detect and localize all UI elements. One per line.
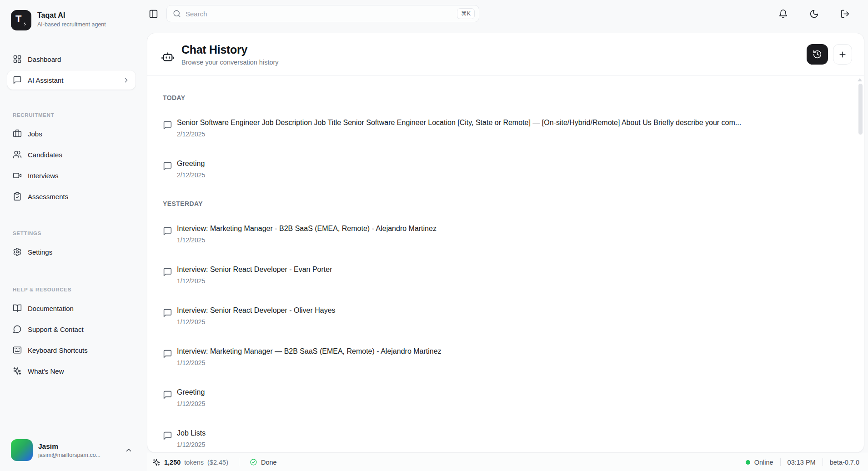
clipboard-check-icon [13, 192, 22, 201]
users-icon [13, 150, 22, 159]
chat-list: TODAY Senior Software Engineer Job Descr… [147, 76, 864, 452]
scrollbar-thumb[interactable] [858, 84, 863, 135]
chat-item-title: Senior Software Engineer Job Description… [177, 118, 838, 127]
chat-bubble-icon [163, 308, 172, 326]
search-icon [173, 10, 181, 18]
sparkles-icon [13, 366, 22, 376]
chat-group-label: TODAY [163, 94, 838, 102]
new-chat-button[interactable] [833, 44, 852, 65]
check-circle-icon [250, 458, 257, 466]
token-count: 1,250 [164, 459, 181, 466]
logout-icon [840, 9, 850, 19]
sidebar-item-keyboard-shortcuts[interactable]: Keyboard Shortcuts [7, 341, 135, 360]
sidebar-item-label: Assessments [28, 193, 68, 200]
search-shortcut-badge: ⌘K [457, 8, 475, 19]
notifications-button[interactable] [774, 5, 792, 22]
version-badge: beta-0.7.0 [830, 459, 859, 466]
chat-history-header: Chat History Browse your conversation hi… [147, 33, 864, 76]
chat-item-title: Interview: Senior React Developer - Evan… [177, 265, 838, 274]
token-label: tokens [184, 459, 204, 466]
sidebar-item-documentation[interactable]: Documentation [7, 299, 135, 318]
sidebar-item-label: AI Assistant [28, 76, 63, 84]
online-dot [746, 460, 750, 465]
chat-item-date: 2/12/2025 [177, 130, 838, 138]
chat-history-item[interactable]: Job Lists 1/12/2025 [163, 429, 838, 448]
chat-history-item[interactable]: Greeting 1/12/2025 [163, 388, 838, 407]
chat-bubble-icon [163, 161, 172, 179]
sidebar-item-label: Interviews [28, 172, 59, 180]
lightning-bolt-icon [22, 20, 28, 28]
user-menu[interactable]: Jasim jasim@mailforspam.co... [7, 437, 135, 464]
search-input[interactable] [186, 10, 452, 18]
sidebar-item-label: Documentation [28, 305, 74, 312]
status-bar: 1,250 tokens ($2.45) Done Online 03:13 P… [147, 453, 868, 471]
panel-left-icon [149, 9, 158, 19]
history-icon [813, 50, 822, 59]
section-label: RECRUITMENT [13, 112, 135, 118]
chat-history-item[interactable]: Interview: Senior React Developer - Oliv… [163, 306, 838, 326]
page-subtitle: Browse your conversation history [181, 59, 279, 66]
sidebar-item-settings[interactable]: Settings [7, 242, 135, 261]
chat-group: TODAY Senior Software Engineer Job Descr… [163, 94, 838, 179]
search-bar: ⌘K [166, 5, 479, 22]
sidebar-item-what-s-new[interactable]: What's New [7, 361, 135, 381]
main-area: ⌘K Chat History Browse your conversation… [142, 0, 868, 471]
chat-item-date: 2/12/2025 [177, 171, 838, 179]
divider [780, 458, 781, 466]
chat-history-item[interactable]: Interview: Marketing Manager — B2B SaaS … [163, 347, 838, 366]
sidebar-item-label: What's New [28, 367, 64, 375]
sidebar-item-label: Support & Contact [28, 326, 84, 333]
connection-status: Online [754, 459, 773, 466]
app-title: Taqat AI [37, 11, 106, 20]
chat-item-title: Interview: Marketing Manager - B2B SaaS … [177, 224, 838, 233]
video-icon [13, 171, 22, 180]
plus-icon [838, 50, 847, 59]
chat-history-item[interactable]: Interview: Senior React Developer - Evan… [163, 265, 838, 285]
chat-history-item[interactable]: Senior Software Engineer Job Description… [163, 118, 838, 138]
chat-group: YESTERDAY Interview: Marketing Manager -… [163, 200, 838, 448]
chat-item-date: 1/12/2025 [177, 318, 838, 326]
tokens-sparkles-icon [152, 458, 161, 466]
chat-item-date: 1/12/2025 [177, 359, 838, 366]
keyboard-icon [13, 346, 22, 355]
user-name: Jasim [38, 442, 119, 451]
sidebar-item-candidates[interactable]: Candidates [7, 145, 135, 164]
sidebar-item-label: Keyboard Shortcuts [28, 346, 88, 354]
logout-button[interactable] [836, 5, 853, 22]
chat-item-title: Interview: Senior React Developer - Oliv… [177, 306, 838, 315]
dark-mode-button[interactable] [805, 5, 823, 22]
chat-item-date: 1/12/2025 [177, 277, 838, 285]
topbar: ⌘K [142, 0, 868, 27]
divider [239, 458, 239, 466]
sidebar-toggle-button[interactable] [145, 5, 162, 22]
sidebar-nav: Dashboard AI Assistant RECRUITMENT Jobs … [7, 50, 135, 382]
chat-item-title: Job Lists [177, 429, 838, 438]
gear-icon [13, 247, 22, 256]
sidebar-item-ai-assistant[interactable]: AI Assistant [7, 70, 135, 90]
chevron-up-icon [125, 446, 133, 454]
logo-letter: T [15, 13, 21, 25]
chat-bubble-icon [163, 390, 172, 407]
chat-bubble-icon [163, 226, 172, 244]
scrollbar-up-arrow[interactable] [858, 78, 862, 81]
chat-history-item[interactable]: Greeting 2/12/2025 [163, 159, 838, 179]
sidebar-item-assessments[interactable]: Assessments [7, 187, 135, 206]
history-button[interactable] [807, 44, 828, 65]
sidebar-item-dashboard[interactable]: Dashboard [7, 50, 135, 69]
page-title: Chat History [181, 43, 279, 56]
chat-item-date: 1/12/2025 [177, 441, 838, 448]
chat-history-card: Chat History Browse your conversation hi… [147, 33, 864, 453]
sidebar-item-jobs[interactable]: Jobs [7, 124, 135, 143]
briefcase-icon [13, 129, 22, 138]
chat-bubble-icon [163, 349, 172, 366]
chat-bubble-icon [163, 120, 172, 138]
chat-history-item[interactable]: Interview: Marketing Manager - B2B SaaS … [163, 224, 838, 244]
sidebar-item-interviews[interactable]: Interviews [7, 166, 135, 185]
section-label: SETTINGS [13, 230, 135, 236]
status-text: Done [261, 459, 277, 466]
chat-item-title: Interview: Marketing Manager — B2B SaaS … [177, 347, 838, 356]
sidebar-item-support-contact[interactable]: Support & Contact [7, 320, 135, 339]
avatar [11, 439, 33, 461]
sidebar-item-label: Candidates [28, 151, 62, 159]
sidebar-item-label: Jobs [28, 130, 42, 138]
